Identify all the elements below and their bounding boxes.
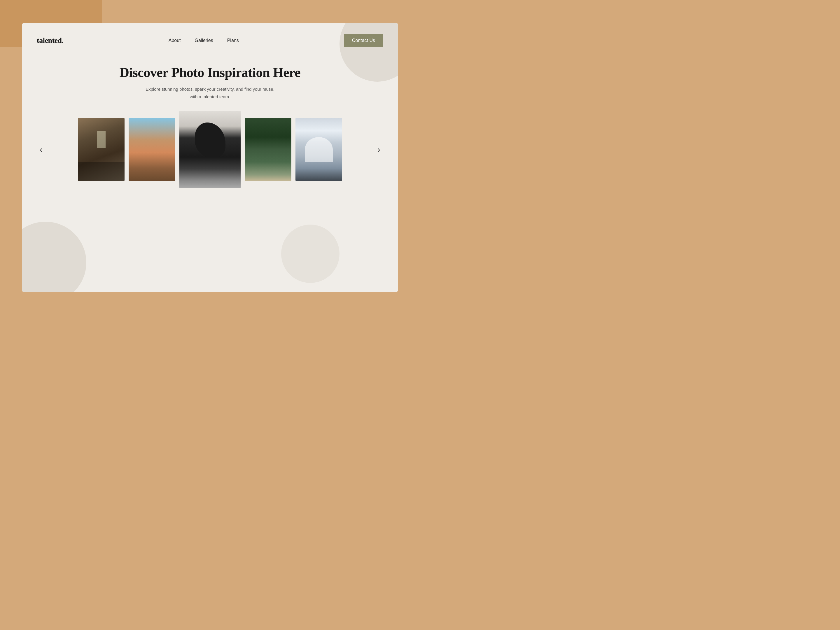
carousel-next-button[interactable]: ›: [372, 142, 386, 157]
nav-links: About Galleries Plans: [169, 38, 239, 43]
nav-item-plans[interactable]: Plans: [227, 38, 239, 43]
circle-decoration-bottom-left: [22, 222, 86, 292]
contact-us-button[interactable]: Contact Us: [344, 34, 383, 47]
photo-horse: [179, 111, 241, 188]
circle-decoration-bottom-right: [281, 224, 339, 283]
carousel-image-5: [295, 118, 342, 181]
carousel-image-2: [129, 118, 175, 181]
carousel-image-3-center: [179, 111, 241, 188]
carousel-image-1: [78, 118, 125, 181]
carousel-image-4: [245, 118, 291, 181]
photo-forest: [245, 118, 291, 181]
carousel-images: [48, 111, 372, 188]
logo[interactable]: talented.: [37, 36, 63, 45]
carousel-section: ‹ ›: [22, 111, 398, 188]
main-card: talented. About Galleries Plans Contact …: [22, 23, 398, 292]
nav-link-about[interactable]: About: [169, 38, 181, 43]
nav-item-galleries[interactable]: Galleries: [195, 38, 213, 43]
photo-architecture: [78, 118, 125, 181]
hero-title: Discover Photo Inspiration Here: [28, 65, 392, 80]
nav-link-plans[interactable]: Plans: [227, 38, 239, 43]
photo-interior: [295, 118, 342, 181]
photo-landscape: [129, 118, 175, 181]
nav-item-about[interactable]: About: [169, 38, 181, 43]
carousel-prev-button[interactable]: ‹: [34, 142, 48, 157]
hero-subtitle-line2: with a talented team.: [190, 94, 230, 99]
hero-section: Discover Photo Inspiration Here Explore …: [22, 53, 398, 111]
hero-subtitle-line1: Explore stunning photos, spark your crea…: [145, 87, 275, 92]
hero-subtitle: Explore stunning photos, spark your crea…: [28, 85, 392, 100]
navbar: talented. About Galleries Plans Contact …: [22, 23, 398, 53]
nav-link-galleries[interactable]: Galleries: [195, 38, 213, 43]
